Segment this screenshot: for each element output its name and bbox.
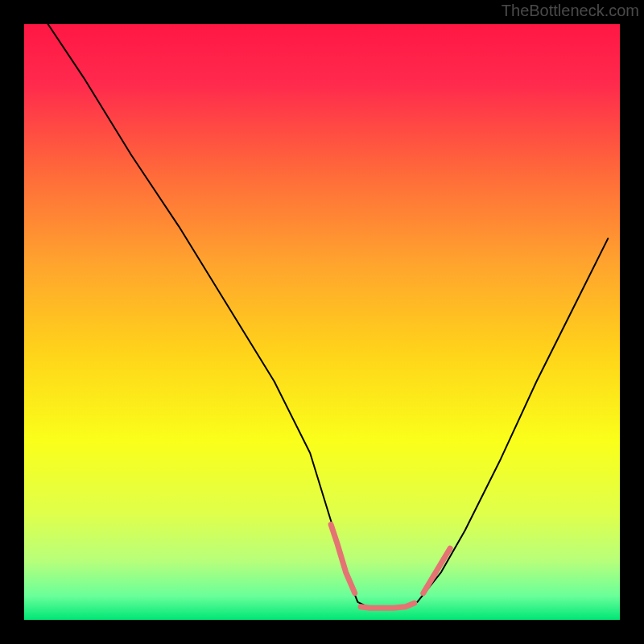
gradient-background <box>24 24 620 620</box>
watermark-text: TheBottleneck.com <box>502 2 639 20</box>
chart-plot-area <box>24 24 620 620</box>
bottleneck-chart <box>24 24 620 620</box>
